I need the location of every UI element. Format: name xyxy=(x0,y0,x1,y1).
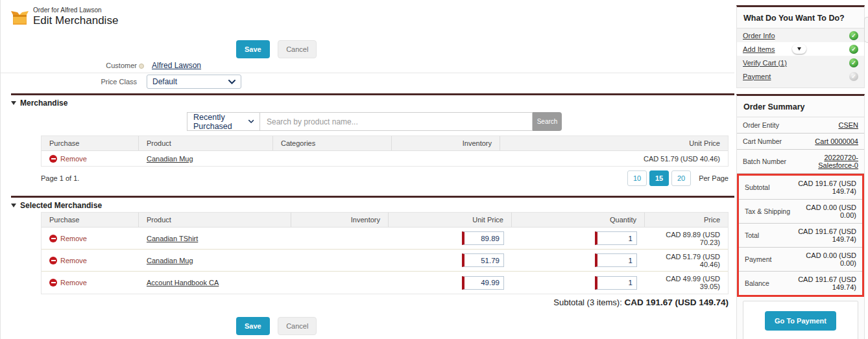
unit-price-input[interactable] xyxy=(462,276,504,290)
selected-merchandise-section-header: Selected Merchandise xyxy=(11,196,734,210)
order-info-link[interactable]: Order Info xyxy=(743,32,775,40)
categories-cell xyxy=(273,156,392,161)
per-page-20-button[interactable]: 20 xyxy=(671,170,691,186)
product-search-input[interactable] xyxy=(260,112,533,131)
per-page-label: Per Page xyxy=(699,174,729,182)
help-icon xyxy=(139,64,144,69)
summary-field-row: Batch Number 20220720-Salesforce-0 xyxy=(737,150,864,174)
cancel-button[interactable]: Cancel xyxy=(278,317,317,335)
go-to-payment-button[interactable]: Go To Payment xyxy=(765,311,836,331)
payment-link[interactable]: Payment xyxy=(743,73,771,80)
per-page-controls: 10 15 20 Per Page xyxy=(625,170,729,186)
go-to-payment-box: Go To Payment xyxy=(743,301,858,339)
minus-circle-icon xyxy=(49,155,57,163)
subtotal-label: Subtotal xyxy=(745,183,770,191)
minus-circle-icon xyxy=(49,257,57,264)
add-items-link[interactable]: Add Items xyxy=(743,45,775,53)
todo-panel-title: What Do You Want To Do? xyxy=(737,7,864,29)
search-button[interactable]: Search xyxy=(533,112,562,131)
col-purchase: Purchase xyxy=(42,213,139,227)
selected-table-header: Purchase Product Inventory Unit Price Qu… xyxy=(42,213,728,228)
sidebar-item-verify-cart: Verify Cart (1) xyxy=(737,56,864,69)
batch-number-link[interactable]: 20220720-Salesforce-0 xyxy=(792,154,858,169)
edit-merchandise-page: Order for Alfred Lawson Edit Merchandise… xyxy=(0,0,868,339)
product-link[interactable]: Canadian Mug xyxy=(147,257,193,264)
sidebar-item-payment: Payment xyxy=(737,69,864,83)
collapse-icon[interactable] xyxy=(11,101,16,105)
customer-label: Customer xyxy=(1,62,137,69)
remove-link[interactable]: Remove xyxy=(49,155,131,163)
payment-value: CAD 0.00 (USD 0.00) xyxy=(790,251,856,267)
total-label: Total xyxy=(745,231,759,239)
product-link[interactable]: Canadian Mug xyxy=(147,155,193,163)
col-unit-price: Unit Price xyxy=(500,136,728,150)
sidebar-collapse-handle[interactable] xyxy=(864,17,868,43)
bottom-action-bar: Save Cancel xyxy=(236,317,317,335)
sidebar: What Do You Want To Do? Order Info Add I… xyxy=(736,5,865,339)
quantity-input[interactable] xyxy=(595,276,637,290)
cart-number-link[interactable]: Cart 0000004 xyxy=(815,137,858,145)
col-inventory: Inventory xyxy=(291,213,389,227)
chevron-down-icon xyxy=(248,119,254,124)
unit-price-input[interactable] xyxy=(462,231,504,245)
col-inventory: Inventory xyxy=(392,136,500,150)
annotation-highlight-box: Subtotal CAD 191.67 (USD 149.74) Tax & S… xyxy=(737,174,864,297)
price-cell: CAD 51.79 (USD 40.46) xyxy=(645,250,728,271)
col-product: Product xyxy=(139,213,291,227)
tax-shipping-label: Tax & Shipping xyxy=(745,207,790,215)
product-search-bar: Recently Purchased Search xyxy=(187,112,562,131)
order-entity-link[interactable]: CSEN xyxy=(838,121,858,129)
summary-field-row: Order Entity CSEN xyxy=(737,117,864,134)
price-class-row: Price Class Default xyxy=(1,75,520,89)
summary-total-row: Tax & Shipping CAD 0.00 (USD 0.00) xyxy=(739,200,862,224)
per-page-10-button[interactable]: 10 xyxy=(627,170,647,186)
summary-total-row: Payment CAD 0.00 (USD 0.00) xyxy=(739,248,862,272)
unit-price-cell: CAD 51.79 (USD 40.46) xyxy=(500,152,728,165)
remove-link[interactable]: Remove xyxy=(49,257,131,264)
chevron-down-icon xyxy=(228,80,235,84)
search-filter-select[interactable]: Recently Purchased xyxy=(187,112,260,131)
add-items-caret-button[interactable] xyxy=(792,44,806,54)
inventory-cell xyxy=(291,236,389,241)
remove-link[interactable]: Remove xyxy=(49,235,131,242)
cart-number-label: Cart Number xyxy=(743,137,782,145)
verify-cart-link[interactable]: Verify Cart (1) xyxy=(743,59,787,67)
panel-padding xyxy=(737,83,864,88)
what-do-you-want-panel: What Do You Want To Do? Order Info Add I… xyxy=(736,5,865,88)
product-link[interactable]: Canadian TShirt xyxy=(147,235,198,242)
product-link[interactable]: Account Handbook CA xyxy=(147,279,219,286)
unit-price-input[interactable] xyxy=(462,253,504,267)
col-price: Price xyxy=(645,213,728,227)
tax-shipping-value: CAD 0.00 (USD 0.00) xyxy=(790,204,856,219)
collapse-icon[interactable] xyxy=(11,204,16,207)
green-check-icon xyxy=(849,58,858,67)
sidebar-item-add-items: Add Items xyxy=(737,42,864,56)
gray-check-icon xyxy=(849,72,858,81)
merchandise-table-header: Purchase Product Categories Inventory Un… xyxy=(42,136,728,151)
quantity-input[interactable] xyxy=(595,231,637,245)
customer-link[interactable]: Alfred Lawson xyxy=(152,61,201,70)
divider xyxy=(1,73,734,73)
price-class-label: Price Class xyxy=(1,78,137,86)
subtotal-value: CAD 191.67 (USD 149.74) xyxy=(624,298,729,307)
order-context: Order for Alfred Lawson xyxy=(33,6,118,14)
save-button[interactable]: Save xyxy=(236,317,270,335)
cancel-button[interactable]: Cancel xyxy=(278,40,317,58)
per-page-15-button[interactable]: 15 xyxy=(649,170,669,186)
merchandise-box-icon xyxy=(11,9,29,26)
cart-subtotal: Subtotal (3 items): CAD 191.67 (USD 149.… xyxy=(41,298,729,307)
table-row: Remove Account Handbook CA CAD 49.99 (US… xyxy=(42,272,728,294)
minus-circle-icon xyxy=(49,279,57,286)
page-title-block: Order for Alfred Lawson Edit Merchandise xyxy=(11,6,118,27)
price-class-select[interactable]: Default xyxy=(147,75,241,89)
save-button[interactable]: Save xyxy=(236,40,270,58)
col-product: Product xyxy=(139,136,273,150)
quantity-input[interactable] xyxy=(595,253,637,267)
col-purchase: Purchase xyxy=(42,136,139,150)
balance-value: CAD 191.67 (USD 149.74) xyxy=(790,275,856,291)
remove-link[interactable]: Remove xyxy=(49,279,131,286)
green-check-icon xyxy=(849,45,858,54)
payment-label: Payment xyxy=(745,255,771,263)
summary-total-row: Balance CAD 191.67 (USD 149.74) xyxy=(739,272,862,295)
merchandise-section-header: Merchandise xyxy=(11,93,734,108)
